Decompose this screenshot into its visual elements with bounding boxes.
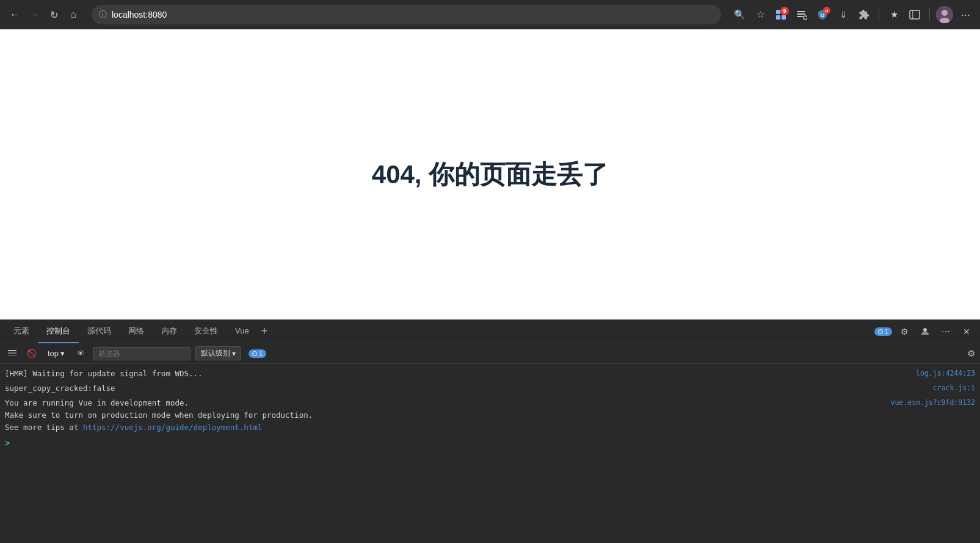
url-text: localhost:8080 [112, 10, 714, 20]
svg-point-7 [804, 16, 807, 20]
favorites-star-icon[interactable]: ☆ [752, 6, 769, 23]
devtools-more-button[interactable]: ⋯ [937, 323, 954, 340]
vue-text: You are running Vue in development mode.… [5, 397, 884, 434]
svg-rect-10 [912, 10, 913, 19]
console-settings-icon[interactable]: ⚙ [967, 348, 975, 359]
level-arrow: ▾ [232, 349, 236, 358]
add-tab-button[interactable]: + [258, 325, 272, 338]
svg-rect-9 [910, 10, 920, 19]
error-title: 404, 你的页面走丢了 [372, 158, 608, 192]
reload-button[interactable]: ↻ [45, 6, 62, 23]
context-selector[interactable]: top ▾ [44, 348, 68, 359]
console-line-hmr: [HMR] Waiting for update signal from WDS… [0, 366, 980, 381]
address-bar[interactable]: ⓘ localhost:8080 [92, 5, 721, 24]
svg-rect-4 [797, 11, 805, 12]
devtools-actions: 1 ⚙ ⋯ ✕ [874, 323, 975, 340]
browser-chrome: ← → ↻ ⌂ ⓘ localhost:8080 🔍 ☆ 9 [0, 0, 980, 29]
svg-rect-17 [8, 355, 16, 356]
page-content: 404, 你的页面走丢了 [0, 29, 980, 319]
clear-console-button[interactable] [5, 346, 20, 361]
vue-file[interactable]: vue.esm.js?c9fd:9132 [884, 397, 975, 408]
dropdown-arrow: ▾ [60, 349, 65, 358]
home-button[interactable]: ⌂ [65, 6, 82, 23]
hmr-file[interactable]: log.js:4244:23 [884, 368, 975, 379]
svg-rect-6 [797, 16, 803, 17]
console-info-dot [252, 351, 257, 356]
extensions-badge: 9 [780, 7, 789, 15]
svg-rect-15 [8, 350, 16, 351]
uo-badge: o [823, 7, 830, 14]
tab-elements[interactable]: 元素 [5, 320, 38, 343]
svg-rect-3 [782, 15, 786, 20]
svg-point-12 [942, 10, 948, 16]
divider2 [929, 9, 930, 21]
devtools-panel: 元素 控制台 源代码 网络 内存 安全性 Vue + 1 ⚙ ⋯ ✕ [0, 319, 980, 543]
tab-network[interactable]: 网络 [120, 320, 153, 343]
crack-text: super_copy_cracked:false [5, 382, 884, 395]
avatar-icon[interactable] [936, 6, 953, 23]
console-prompt-line: > [0, 435, 980, 451]
hmr-text: [HMR] Waiting for update signal from WDS… [5, 368, 884, 380]
console-info-count: 1 [259, 350, 263, 357]
console-info-badge: 1 [249, 349, 266, 358]
crack-file[interactable]: crack.js:1 [884, 382, 975, 393]
devtools-tabbar: 元素 控制台 源代码 网络 内存 安全性 Vue + 1 ⚙ ⋯ ✕ [0, 320, 980, 343]
console-line-vue: You are running Vue in development mode.… [0, 396, 980, 435]
tab-search-icon[interactable] [793, 6, 810, 23]
extensions-icon[interactable]: 9 [772, 6, 789, 23]
info-count-label: 1 [885, 328, 888, 335]
console-output: [HMR] Waiting for update signal from WDS… [0, 364, 980, 541]
console-line-crack: super_copy_cracked:false crack.js:1 [0, 381, 980, 396]
svg-rect-2 [776, 15, 780, 20]
console-toolbar: 🚫 top ▾ 👁 默认级别 ▾ 1 ⚙ [0, 343, 980, 364]
info-icon: ⓘ [99, 9, 107, 20]
svg-rect-0 [776, 10, 780, 14]
puzzle-icon[interactable] [855, 6, 873, 23]
nav-buttons: ← → ↻ ⌂ [6, 6, 82, 23]
filter-input[interactable] [93, 347, 191, 360]
tab-security[interactable]: 安全性 [186, 320, 227, 343]
info-count-badge[interactable]: 1 [874, 327, 892, 336]
toolbar-icons: 🔍 ☆ 9 U o ⇓ [731, 6, 974, 23]
tab-memory[interactable]: 内存 [153, 320, 186, 343]
prompt-symbol: > [5, 436, 10, 450]
svg-rect-5 [797, 13, 805, 15]
forward-button[interactable]: → [26, 6, 43, 23]
devtools-user-button[interactable] [916, 323, 934, 340]
devtools-close-button[interactable]: ✕ [958, 323, 975, 340]
eye-button[interactable]: 👁 [73, 346, 88, 361]
collections-icon[interactable]: ★ [885, 6, 902, 23]
tab-sources[interactable]: 源代码 [79, 320, 120, 343]
back-button[interactable]: ← [6, 6, 23, 23]
sidebar-icon[interactable] [906, 6, 923, 23]
context-label: top [48, 349, 59, 358]
svg-point-14 [923, 328, 927, 332]
devtools-settings-button[interactable]: ⚙ [896, 323, 913, 340]
shield-icon[interactable]: U o [814, 6, 831, 23]
tab-console[interactable]: 控制台 [38, 320, 79, 343]
vue-link[interactable]: https://vuejs.org/guide/deployment.html [83, 423, 263, 432]
divider [879, 9, 879, 21]
level-label: 默认级别 [201, 348, 230, 359]
search-icon[interactable]: 🔍 [731, 6, 748, 23]
download-icon[interactable]: ⇓ [835, 6, 852, 23]
more-icon[interactable]: ⋯ [957, 6, 974, 23]
tab-vue[interactable]: Vue [227, 320, 258, 343]
info-dot [878, 329, 883, 334]
no-entry-button[interactable]: 🚫 [24, 346, 39, 361]
svg-rect-16 [8, 352, 16, 354]
level-selector[interactable]: 默认级别 ▾ [195, 346, 241, 360]
